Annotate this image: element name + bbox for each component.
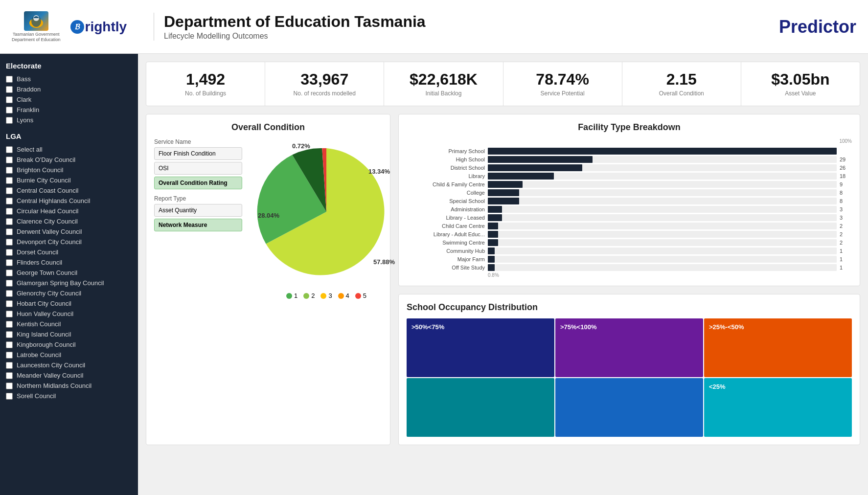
bar-row: Swimming Centre2 bbox=[407, 239, 852, 246]
bar-fill bbox=[488, 198, 519, 204]
electorate-label: Clark bbox=[17, 96, 31, 103]
sidebar-lga-item[interactable]: Northern Midlands Council bbox=[6, 381, 132, 391]
bar-row: Library - Adult Educ...2 bbox=[407, 231, 852, 238]
sidebar-lga-item[interactable]: King Island Council bbox=[6, 329, 132, 339]
bar-track bbox=[488, 223, 837, 229]
lga-checkbox[interactable] bbox=[6, 208, 13, 215]
sidebar-lga-item[interactable]: Central Coast Council bbox=[6, 185, 132, 196]
kpi-label: Overall Condition bbox=[627, 90, 736, 97]
sidebar-lga-item[interactable]: Kentish Council bbox=[6, 319, 132, 329]
legend-label: 5 bbox=[363, 292, 366, 299]
legend-label: 3 bbox=[328, 292, 332, 299]
sidebar-lga-item[interactable]: Launceston City Council bbox=[6, 360, 132, 370]
lga-checkbox[interactable] bbox=[6, 321, 13, 328]
lga-checkbox[interactable] bbox=[6, 372, 13, 379]
lga-checkbox[interactable] bbox=[6, 167, 13, 174]
electorate-checkbox[interactable] bbox=[6, 117, 13, 124]
brightly-icon: 𝓑 bbox=[70, 20, 84, 34]
report-type-label: Report Type bbox=[154, 195, 247, 202]
kpi-card: 2.15Overall Condition bbox=[622, 62, 741, 106]
lga-label: Central Highlands Council bbox=[17, 197, 90, 204]
kpi-label: Service Potential bbox=[508, 90, 617, 97]
electorate-checkbox[interactable] bbox=[6, 96, 13, 103]
bar-fill bbox=[488, 181, 523, 188]
sidebar-lga-item[interactable]: Sorell Council bbox=[6, 391, 132, 401]
lga-checkbox[interactable] bbox=[6, 259, 13, 266]
lga-checkbox[interactable] bbox=[6, 311, 13, 317]
sidebar-lga-item[interactable]: Meander Valley Council bbox=[6, 370, 132, 381]
lga-label: Latrobe Council bbox=[17, 351, 61, 359]
lga-checkbox[interactable] bbox=[6, 157, 13, 163]
kpi-card: 1,492No. of Buildings bbox=[146, 62, 265, 106]
lga-label: Central Coast Council bbox=[17, 187, 78, 194]
sidebar-lga-item[interactable]: Clarence City Council bbox=[6, 216, 132, 226]
bar-value: 29 bbox=[840, 157, 852, 162]
lga-label: Northern Midlands Council bbox=[17, 382, 91, 389]
sidebar-lga-item[interactable]: George Town Council bbox=[6, 268, 132, 278]
sidebar-lga-item[interactable]: Derwent Valley Council bbox=[6, 226, 132, 237]
predictor-logo: Predictor bbox=[779, 17, 856, 37]
sidebar-lga-item[interactable]: Flinders Council bbox=[6, 257, 132, 268]
sidebar-electorate-item[interactable]: Clark bbox=[6, 94, 132, 105]
lga-checkbox[interactable] bbox=[6, 249, 13, 256]
lga-checkbox[interactable] bbox=[6, 393, 13, 400]
kpi-value: 33,967 bbox=[270, 71, 379, 88]
sidebar-electorate-item[interactable]: Braddon bbox=[6, 84, 132, 94]
bar-track bbox=[488, 148, 837, 155]
lga-checkbox[interactable] bbox=[6, 239, 13, 246]
service-btn[interactable]: OSI bbox=[154, 162, 242, 175]
lga-checkbox[interactable] bbox=[6, 341, 13, 348]
lga-label: Brighton Council bbox=[17, 166, 63, 174]
sidebar-lga-item[interactable]: Central Highlands Council bbox=[6, 196, 132, 206]
lga-checkbox[interactable] bbox=[6, 198, 13, 204]
sidebar-lga-item[interactable]: Glamorgan Spring Bay Council bbox=[6, 278, 132, 288]
sidebar-lga-item[interactable]: Burnie City Council bbox=[6, 175, 132, 185]
right-panels: Facility Type Breakdown 100% Primary Sch… bbox=[398, 114, 860, 445]
sidebar-lga-item[interactable]: Hobart City Council bbox=[6, 298, 132, 309]
kpi-value: 2.15 bbox=[627, 71, 736, 88]
electorate-checkbox[interactable] bbox=[6, 107, 13, 113]
sidebar-lga-item[interactable]: Glenorchy City Council bbox=[6, 288, 132, 298]
report-btn[interactable]: Asset Quantity bbox=[154, 204, 242, 217]
tas-gov-text: Tasmanian GovernmentDepartment of Educat… bbox=[12, 32, 61, 43]
bar-label: Library bbox=[407, 173, 485, 179]
bar-track bbox=[488, 214, 837, 221]
lga-checkbox[interactable] bbox=[6, 187, 13, 194]
lga-checkbox[interactable] bbox=[6, 382, 13, 389]
bar-label: Primary School bbox=[407, 148, 485, 154]
lga-checkbox[interactable] bbox=[6, 331, 13, 338]
sidebar-lga-item[interactable]: Select all bbox=[6, 144, 132, 155]
lga-label: Derwent Valley Council bbox=[17, 228, 82, 235]
sidebar-lga-item[interactable]: Break O'Day Council bbox=[6, 155, 132, 165]
electorate-checkbox[interactable] bbox=[6, 86, 13, 93]
sidebar-lga-item[interactable]: Brighton Council bbox=[6, 165, 132, 175]
sidebar-lga-item[interactable]: Dorset Council bbox=[6, 247, 132, 257]
sidebar-electorate-item[interactable]: Lyons bbox=[6, 115, 132, 125]
header-title-area: Department of Education Tasmania Lifecyc… bbox=[154, 13, 779, 41]
report-btn[interactable]: Network Measure bbox=[154, 219, 242, 231]
sidebar-electorate-item[interactable]: Bass bbox=[6, 74, 132, 84]
sidebar-lga-item[interactable]: Huon Valley Council bbox=[6, 309, 132, 319]
sidebar-lga-item[interactable]: Kingborough Council bbox=[6, 339, 132, 350]
legend-dot bbox=[320, 293, 326, 299]
sidebar-lga-item[interactable]: Circular Head Council bbox=[6, 206, 132, 216]
lga-checkbox[interactable] bbox=[6, 218, 13, 225]
sidebar-lga-item[interactable]: Devonport City Council bbox=[6, 237, 132, 247]
sidebar-electorate-item[interactable]: Franklin bbox=[6, 105, 132, 115]
sidebar-lga-item[interactable]: Latrobe Council bbox=[6, 350, 132, 360]
lga-checkbox[interactable] bbox=[6, 146, 13, 153]
lga-checkbox[interactable] bbox=[6, 177, 13, 184]
lga-checkbox[interactable] bbox=[6, 300, 13, 307]
lga-checkbox[interactable] bbox=[6, 352, 13, 359]
lga-checkbox[interactable] bbox=[6, 270, 13, 276]
service-btn[interactable]: Floor Finish Condition bbox=[154, 147, 242, 160]
service-btn[interactable]: Overall Condition Rating bbox=[154, 177, 242, 189]
lga-checkbox[interactable] bbox=[6, 362, 13, 369]
electorate-checkbox[interactable] bbox=[6, 76, 13, 83]
lga-label: Clarence City Council bbox=[17, 218, 78, 225]
lga-checkbox[interactable] bbox=[6, 280, 13, 287]
page-title: Department of Education Tasmania bbox=[164, 13, 779, 31]
bar-fill bbox=[488, 164, 582, 171]
lga-checkbox[interactable] bbox=[6, 290, 13, 297]
lga-checkbox[interactable] bbox=[6, 228, 13, 235]
